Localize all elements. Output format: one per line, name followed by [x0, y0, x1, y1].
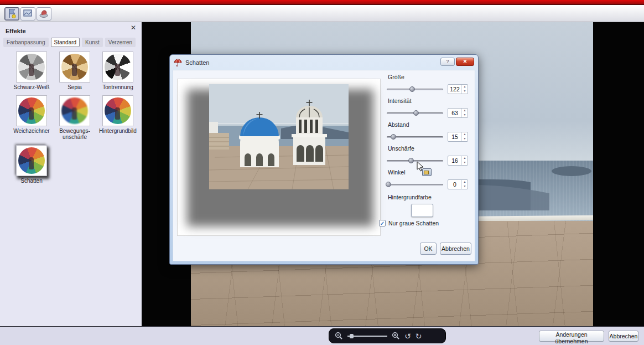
effect-thumbnail[interactable]	[16, 145, 47, 176]
umbrella-figure	[29, 107, 34, 120]
effect-label: Tontrennung	[96, 84, 139, 91]
spin-up-icon[interactable]: ▲	[462, 156, 468, 161]
control-groesse: Größe122▲▼	[387, 74, 471, 97]
slider-track[interactable]	[387, 89, 443, 90]
groesse-spinbox[interactable]: 122▲▼	[448, 84, 468, 94]
abstand-slider-thumb[interactable]	[391, 134, 396, 140]
tab-standard[interactable]: Standard	[51, 38, 80, 47]
effect-thumbnail[interactable]	[102, 52, 133, 83]
control-winkel: Winkel0▲▼	[387, 169, 471, 193]
panel-title: Effekte	[6, 28, 26, 34]
ok-button[interactable]: OK	[420, 243, 437, 255]
umbrella-preview-image	[61, 54, 88, 80]
abstand-slider[interactable]	[387, 133, 443, 140]
abstand-spinbox[interactable]: 15▲▼	[448, 132, 468, 142]
spin-down-icon[interactable]: ▼	[462, 89, 468, 94]
effect-item-poster-2[interactable]: Tontrennung	[96, 52, 139, 91]
umbrella-preview-image	[18, 97, 45, 124]
umbrella-figure	[72, 107, 77, 120]
unschaerfe-value[interactable]: 16	[448, 156, 461, 165]
effect-item-color-3[interactable]: Weichzeichner	[10, 95, 53, 141]
unschaerfe-slider-thumb[interactable]	[408, 158, 414, 163]
dialog-cancel-button[interactable]: Abbrechen	[440, 243, 471, 255]
intensitaet-spinbox[interactable]: 63▲▼	[448, 108, 468, 118]
zoom-out-icon[interactable]	[335, 332, 343, 340]
spin-up-icon[interactable]: ▲	[462, 180, 468, 184]
effects-tool-button[interactable]	[4, 7, 19, 20]
winkel-value[interactable]: 0	[448, 180, 461, 189]
dialog-body: Größe122▲▼Intensität63▲▼Abstand15▲▼Unsch…	[173, 70, 475, 261]
winkel-slider[interactable]	[387, 181, 443, 188]
frame-tool-button[interactable]	[20, 7, 35, 20]
bottom-cancel-button[interactable]: Abbrechen	[609, 331, 638, 342]
effect-item-bw-0[interactable]: Schwarz-Weiß	[10, 52, 53, 91]
abstand-value[interactable]: 15	[448, 132, 461, 141]
stamp-icon	[38, 8, 50, 19]
dialog-umbrella-icon	[174, 59, 182, 66]
frame-icon	[22, 8, 34, 19]
effect-thumbnail[interactable]	[16, 52, 47, 83]
stamp-tool-button[interactable]	[37, 7, 51, 20]
rotate-right-icon[interactable]: ↻	[416, 332, 422, 340]
spin-down-icon[interactable]: ▼	[462, 137, 468, 141]
rotate-left-icon[interactable]: ↺	[404, 332, 411, 340]
zoom-in-icon[interactable]	[392, 332, 400, 340]
slider-track[interactable]	[387, 160, 443, 162]
control-unschaerfe: Unschärfe16▲▼	[387, 145, 471, 169]
intensitaet-label: Intensität	[388, 97, 471, 104]
umbrella-preview-image	[18, 54, 45, 80]
effects-panel: Effekte ✕ FarbanpassungStandardKunstVerz…	[0, 22, 142, 326]
gray-shadow-checkbox-row[interactable]: ✓ Nur graue Schatten	[379, 220, 439, 226]
spin-up-icon[interactable]: ▲	[462, 132, 468, 137]
shadow-preview-area	[177, 79, 381, 236]
spin-up-icon[interactable]: ▲	[462, 109, 468, 113]
checkbox-label: Nur graue Schatten	[388, 220, 439, 226]
dialog-help-button[interactable]: ?	[440, 58, 455, 66]
background-color-label: Hintergrundfarbe	[388, 194, 471, 200]
effect-thumbnail[interactable]	[102, 95, 133, 126]
groesse-slider-thumb[interactable]	[409, 86, 415, 92]
effect-label: Schwarz-Weiß	[10, 84, 53, 91]
intensitaet-slider[interactable]	[387, 110, 443, 116]
app-window: Effekte ✕ FarbanpassungStandardKunstVerz…	[0, 0, 644, 345]
effect-item-color-5[interactable]: Hintergrundbild	[96, 95, 139, 141]
dialog-titlebar[interactable]: Schatten ? ✕	[170, 55, 478, 70]
dialog-title: Schatten	[185, 59, 209, 66]
window-top-red-bar	[0, 0, 644, 5]
spin-up-icon[interactable]: ▲	[462, 85, 468, 89]
effect-item-blur-4[interactable]: Bewegungs-unschärfe	[53, 95, 96, 141]
tab-farbanpassung[interactable]: Farbanpassung	[3, 38, 49, 47]
effect-thumbnail[interactable]	[59, 95, 90, 126]
apply-changes-button[interactable]: Änderungen übernehmen	[539, 331, 604, 342]
effect-item-shadow-6[interactable]: Schatten	[10, 145, 53, 184]
winkel-spinbox[interactable]: 0▲▼	[448, 179, 468, 189]
effect-thumbnail[interactable]	[16, 95, 47, 126]
unschaerfe-slider[interactable]	[387, 157, 443, 164]
spin-down-icon[interactable]: ▼	[462, 184, 468, 189]
intensitaet-value[interactable]: 63	[448, 109, 461, 117]
zoom-slider-thumb[interactable]	[350, 334, 354, 338]
intensitaet-slider-thumb[interactable]	[413, 110, 419, 116]
umbrella-figure	[72, 64, 77, 76]
effect-label: Bewegungs-unschärfe	[53, 128, 96, 141]
tab-verzerren[interactable]: Verzerren	[105, 38, 136, 47]
effect-item-sepia-1[interactable]: Sepia	[53, 52, 96, 91]
spin-down-icon[interactable]: ▼	[462, 113, 468, 117]
winkel-slider-thumb[interactable]	[386, 182, 391, 187]
spin-down-icon[interactable]: ▼	[462, 161, 468, 165]
effects-grid: Schwarz-WeißSepiaTontrennungWeichzeichne…	[0, 48, 142, 188]
abstand-label: Abstand	[388, 121, 471, 128]
zoom-slider[interactable]	[347, 333, 387, 339]
panel-close-icon[interactable]: ✕	[131, 24, 136, 31]
checkbox-icon[interactable]: ✓	[379, 220, 386, 226]
effect-thumbnail[interactable]	[59, 52, 90, 83]
slider-track[interactable]	[387, 184, 443, 186]
dialog-close-button[interactable]: ✕	[456, 58, 474, 66]
unschaerfe-spinbox[interactable]: 16▲▼	[448, 156, 468, 166]
tab-kunst[interactable]: Kunst	[82, 38, 103, 47]
groesse-slider[interactable]	[387, 86, 443, 92]
background-color-swatch[interactable]	[411, 204, 433, 217]
groesse-value[interactable]: 122	[448, 85, 461, 94]
zoom-controls: ↺ ↻	[329, 328, 446, 343]
umbrella-preview-image	[18, 147, 45, 174]
